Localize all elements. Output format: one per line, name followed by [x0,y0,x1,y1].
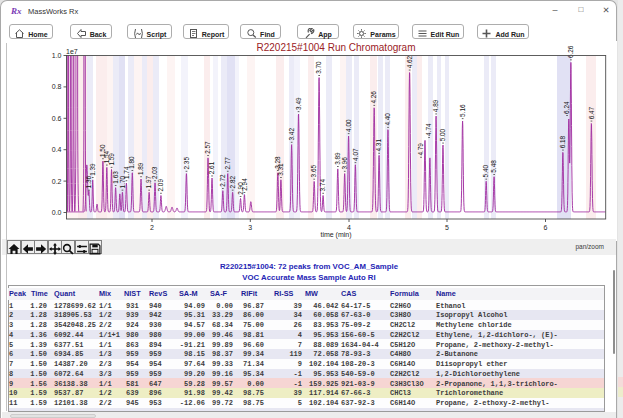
svg-text:0.2: 0.2 [52,178,62,185]
svg-text:1.89: 1.89 [137,162,144,175]
svg-text:2: 2 [150,224,154,231]
svg-text:3.65: 3.65 [310,165,317,178]
svg-text:0.8: 0.8 [52,83,62,90]
svg-text:3.31: 3.31 [277,163,284,176]
svg-text:3.74: 3.74 [319,179,326,192]
svg-text:4.62: 4.62 [406,55,413,68]
svg-text:4.00: 4.00 [345,119,352,132]
svg-text:4.07: 4.07 [352,148,359,161]
svg-text:3.49: 3.49 [295,97,302,110]
svg-text:3.96: 3.96 [341,157,348,170]
svg-text:2.94: 2.94 [241,178,248,191]
svg-text:2.09: 2.09 [157,179,164,192]
svg-text:2.57: 2.57 [204,141,211,154]
svg-text:time (min): time (min) [320,231,351,239]
svg-text:0.6: 0.6 [52,115,62,122]
svg-text:4.89: 4.89 [432,99,439,112]
svg-text:3.70: 3.70 [315,61,322,74]
svg-text:2.03: 2.03 [151,166,158,179]
svg-text:5.48: 5.48 [490,160,497,173]
svg-text:1.36: 1.36 [85,176,92,189]
svg-text:5.40: 5.40 [482,165,489,178]
svg-text:1e7: 1e7 [66,48,78,55]
svg-text:5.00: 5.00 [439,128,446,141]
svg-text:2.61: 2.61 [208,161,215,174]
svg-text:4.79: 4.79 [417,143,424,156]
svg-text:2.35: 2.35 [183,157,190,170]
svg-text:3: 3 [248,224,252,231]
svg-text:4: 4 [347,224,351,231]
svg-text:1.39: 1.39 [89,163,96,176]
svg-text:R220215#1004 Run Chromatogram: R220215#1004 Run Chromatogram [257,42,416,53]
svg-text:6.47: 6.47 [588,106,595,119]
svg-text:1.0: 1.0 [52,52,62,59]
svg-text:5: 5 [445,224,449,231]
svg-text:0.4: 0.4 [52,146,62,153]
svg-text:6: 6 [544,224,548,231]
svg-text:1.80: 1.80 [129,156,136,169]
svg-text:4.74: 4.74 [425,123,432,136]
svg-text:6.24: 6.24 [563,101,570,114]
svg-text:4.26: 4.26 [370,91,377,104]
svg-text:4.31: 4.31 [375,139,382,152]
svg-text:2.77: 2.77 [224,157,231,170]
svg-text:3.42: 3.42 [288,128,295,141]
svg-text:6.26: 6.26 [567,45,574,58]
svg-text:2.72: 2.72 [219,174,226,187]
svg-text:1.59: 1.59 [108,153,115,166]
svg-text:4.40: 4.40 [384,113,391,126]
svg-text:0.0: 0.0 [52,209,62,216]
svg-text:2.82: 2.82 [229,176,236,189]
svg-text:5.16: 5.16 [459,104,466,117]
svg-text:6.18: 6.18 [559,135,566,148]
